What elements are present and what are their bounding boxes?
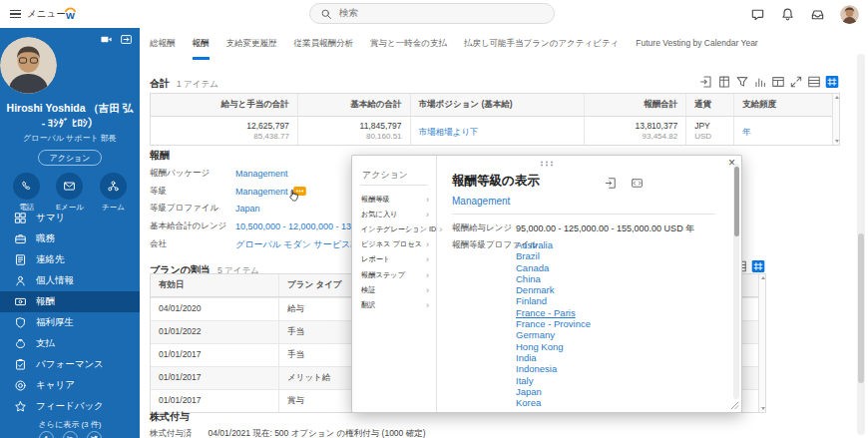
profile-photo[interactable] — [0, 37, 57, 94]
export-sheet-icon[interactable] — [717, 75, 731, 89]
totals-column-header: 支給頻度 — [733, 94, 832, 116]
profile-link[interactable]: Hong Kong — [516, 341, 564, 352]
export-doc-icon[interactable] — [699, 75, 713, 89]
stock-row-value: 04/01/2021 現在: 500 オプション の権利付与 (1000 確定) — [209, 428, 426, 438]
profile-link[interactable]: Korea — [516, 397, 541, 408]
sidebar-item-contact[interactable]: 連絡先 — [0, 249, 140, 270]
profile-link[interactable]: Brazil — [516, 250, 540, 261]
popup-scrollbar[interactable] — [733, 164, 739, 399]
tab-4[interactable]: 賞与と一時金の支払 — [370, 38, 447, 60]
topbar-icons — [750, 0, 859, 28]
actions-button[interactable]: アクション — [38, 150, 103, 166]
tab-1[interactable]: 報酬 — [193, 38, 210, 60]
chevron-right-icon: › — [426, 300, 429, 310]
svg-text:W: W — [66, 11, 75, 21]
linkedin-icon[interactable]: in — [63, 431, 78, 438]
profile-link[interactable]: Japan — [516, 386, 542, 397]
sidebar-item-feedback[interactable]: フィードバック — [0, 396, 140, 417]
sidebar-item-benefits[interactable]: 福利厚生 — [0, 312, 140, 333]
action-menu-item[interactable]: ビジネス プロセス› — [352, 237, 436, 252]
search-icon — [320, 8, 332, 20]
chat-icon[interactable] — [750, 7, 765, 22]
export-doc-icon[interactable] — [605, 177, 618, 190]
profile-avatar-small[interactable] — [840, 5, 859, 24]
sidebar-item-compensation[interactable]: 報酬 — [0, 291, 140, 312]
actions-menu-title: アクション — [362, 169, 408, 182]
team-icon — [107, 180, 120, 193]
tab-3[interactable]: 従業員報酬分析 — [294, 38, 354, 60]
sidebar-item-personal[interactable]: 個人情報 — [0, 270, 140, 291]
related-actions-icon[interactable] — [293, 187, 306, 196]
chart-icon[interactable] — [753, 75, 767, 89]
compare-icon[interactable] — [120, 33, 133, 46]
view-grid-icon[interactable] — [825, 75, 839, 89]
sidebar-item-career[interactable]: キャリア — [0, 375, 140, 396]
table-scrollbar[interactable] — [758, 274, 765, 412]
filter-icon[interactable] — [735, 75, 749, 89]
popup-scrollbar-thumb[interactable] — [734, 167, 739, 236]
sidebar-item-pay[interactable]: 支払 — [0, 333, 140, 354]
action-menu-item[interactable]: レポート› — [352, 252, 436, 267]
job-icon — [14, 232, 27, 245]
profile-link[interactable]: Indonesia — [516, 363, 557, 374]
action-menu-item[interactable]: 翻訳› — [352, 297, 436, 312]
facebook-icon[interactable]: f — [39, 431, 54, 438]
profile-link[interactable]: India — [516, 352, 537, 363]
table-scrollbar[interactable] — [832, 94, 839, 145]
resize-handle-icon[interactable] — [730, 401, 739, 410]
actions-menu: 報酬等級›お気に入り›インテグレーション ID›ビジネス プロセス›レポート›報… — [352, 192, 436, 313]
bell-icon[interactable] — [780, 7, 795, 22]
tab-5[interactable]: 払戻し可能手当プランのアクティビティ — [464, 38, 619, 60]
chevron-right-icon: › — [426, 239, 429, 249]
profile-link[interactable]: France - Paris — [516, 307, 576, 318]
sidebar-item-performance[interactable]: パフォーマンス — [0, 354, 140, 375]
profile-link[interactable]: France - Province — [516, 318, 591, 329]
compensation-icon — [14, 295, 27, 308]
field-value-link[interactable]: Japan — [235, 204, 260, 214]
plans-column-header: 有効日 — [151, 274, 278, 296]
view-rows-icon[interactable] — [807, 75, 821, 89]
profile-link[interactable]: Australia — [516, 239, 553, 250]
cell-frequency: 年 — [733, 117, 832, 145]
action-menu-item[interactable]: 報酬等級› — [352, 192, 436, 207]
action-menu-item[interactable]: 検証› — [352, 282, 436, 297]
global-menu-button[interactable]: メニュー — [10, 0, 66, 28]
totals-table: 給与と手当の合計基本給の合計市場ポジション (基本給)報酬合計通貨支給頻度 12… — [150, 93, 840, 146]
profile-link[interactable]: China — [516, 273, 541, 284]
feedback-icon — [14, 400, 27, 413]
show-more-link[interactable]: さらに表示 (3 件) — [0, 419, 140, 430]
profile-link[interactable]: Denmark — [516, 284, 555, 295]
totals-title: 合計 — [150, 78, 170, 89]
tab-2[interactable]: 支給変更履歴 — [226, 38, 277, 60]
profile-link[interactable]: Canada — [516, 262, 549, 273]
grade-link[interactable]: Management — [452, 196, 510, 207]
profile-link[interactable]: Germany — [516, 329, 555, 340]
action-menu-item[interactable]: お気に入り› — [352, 207, 436, 221]
search-input[interactable]: 検索 — [309, 3, 555, 24]
window-icon[interactable] — [631, 177, 644, 190]
chevron-right-icon: › — [426, 285, 429, 295]
field-value-link[interactable]: Management — [235, 169, 288, 179]
sidebar-item-job[interactable]: 職務 — [0, 228, 140, 249]
profile-link[interactable]: Italy — [516, 375, 533, 386]
profile-link[interactable]: Finland — [516, 295, 547, 306]
expand-icon[interactable] — [789, 75, 803, 89]
page-scrollbar[interactable] — [857, 54, 865, 435]
workday-logo[interactable]: W — [62, 5, 79, 22]
twitter-icon[interactable] — [87, 431, 102, 438]
view-grid-icon[interactable] — [751, 259, 765, 273]
sidebar-item-summary[interactable]: サマリ — [0, 208, 140, 228]
table-icon[interactable] — [771, 75, 785, 89]
action-menu-item[interactable]: インテグレーション ID› — [352, 221, 436, 236]
tab-0[interactable]: 総報酬 — [150, 38, 176, 60]
market-position-link[interactable]: 市場相場より下 — [419, 127, 479, 137]
tab-6[interactable]: Future Vesting by Calendar Year — [636, 38, 757, 60]
cell-effective-date: 01/01/2017 — [151, 390, 278, 412]
camera-icon[interactable] — [100, 33, 113, 46]
action-menu-item[interactable]: 報酬ステップ› — [352, 267, 436, 282]
page-scrollbar-thumb[interactable] — [858, 233, 864, 383]
inbox-icon[interactable] — [810, 7, 825, 22]
field-value-link[interactable]: Management — [235, 187, 288, 197]
hamburger-icon — [10, 10, 21, 19]
frequency-link[interactable]: 年 — [742, 127, 751, 137]
